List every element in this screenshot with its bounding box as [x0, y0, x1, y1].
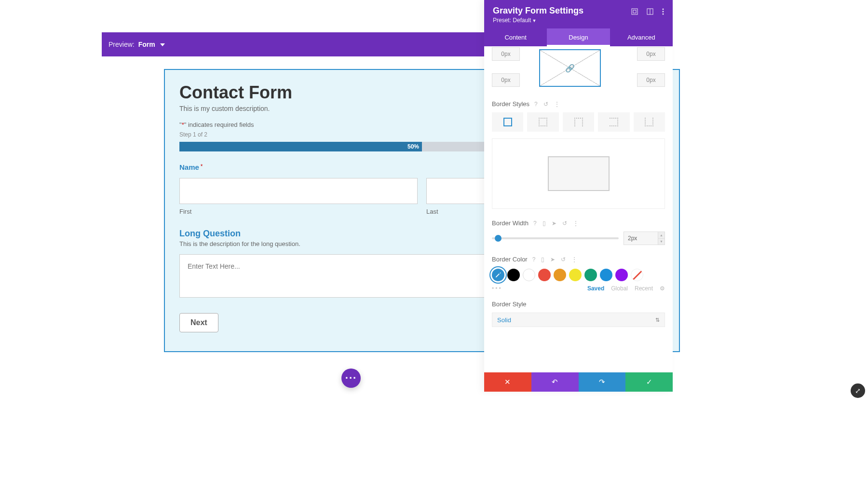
border-width-slider[interactable]: [492, 237, 619, 239]
panel-tabs: Content Design Advanced: [484, 28, 673, 46]
help-icon[interactable]: ?: [534, 101, 538, 108]
more-colors-icon[interactable]: •••: [492, 285, 502, 292]
margin-bottom-right-input[interactable]: 0px: [637, 73, 665, 87]
border-style-left[interactable]: [634, 112, 665, 132]
border-styles-row: Border Styles ? ↺ ⋮: [492, 100, 665, 108]
ellipsis-icon: ···: [345, 372, 357, 384]
svg-rect-1: [633, 10, 636, 13]
check-icon: ✓: [646, 378, 652, 386]
cursor-icon[interactable]: ➤: [552, 220, 556, 227]
border-style-label-row: Border Style: [492, 301, 665, 308]
border-color-label: Border Color: [492, 256, 528, 263]
border-style-right[interactable]: [563, 112, 594, 132]
color-swatch-yellow[interactable]: [569, 269, 582, 281]
svg-point-6: [663, 14, 664, 15]
preview-label: Preview:: [108, 41, 135, 48]
svg-point-5: [663, 11, 664, 13]
color-picker-swatch[interactable]: [492, 269, 504, 281]
panel-head-icons: [631, 6, 664, 15]
border-width-value-input[interactable]: 2px ▲ ▼: [624, 232, 665, 245]
first-name-col: First: [179, 178, 418, 215]
tab-advanced[interactable]: Advanced: [610, 28, 673, 46]
kebab-icon[interactable]: ⋮: [573, 220, 579, 227]
border-preview-box: [492, 138, 665, 209]
redo-button[interactable]: ↷: [579, 372, 626, 392]
first-name-input[interactable]: [179, 178, 418, 204]
margin-top-right-input[interactable]: 0px: [637, 47, 665, 61]
reset-icon[interactable]: ↺: [562, 220, 567, 227]
preview-form-selector[interactable]: Form: [138, 41, 165, 48]
progress-pct: 50%: [407, 143, 419, 150]
fullscreen-icon[interactable]: [631, 8, 638, 15]
fab-more-button[interactable]: ···: [341, 369, 361, 388]
margin-preview-rect: 🔗: [539, 49, 601, 87]
border-style-bottom[interactable]: [598, 112, 629, 132]
svg-point-4: [663, 9, 664, 10]
help-icon[interactable]: ?: [533, 220, 537, 227]
color-swatch-black[interactable]: [507, 269, 520, 281]
undo-icon: ↶: [552, 378, 558, 386]
border-styles-label: Border Styles: [492, 100, 529, 108]
link-icon[interactable]: 🔗: [565, 64, 575, 73]
color-swatch-red[interactable]: [538, 269, 551, 281]
gear-icon[interactable]: ⚙: [660, 285, 665, 292]
chevron-down-icon: [160, 43, 165, 46]
undo-button[interactable]: ↶: [531, 372, 579, 392]
phone-icon[interactable]: ▯: [542, 220, 546, 227]
border-color-row: Border Color ? ▯ ➤ ↺ ⋮: [492, 256, 665, 263]
border-style-label: Border Style: [492, 301, 527, 308]
panel-footer: ✕ ↶ ↷ ✓: [484, 372, 673, 392]
border-style-options: [492, 112, 665, 132]
color-tab-recent[interactable]: Recent: [635, 285, 653, 292]
margin-bottom-left-input[interactable]: 0px: [492, 73, 520, 87]
color-swatch-green[interactable]: [584, 269, 597, 281]
svg-rect-0: [632, 9, 637, 14]
stepper-down-icon[interactable]: ▼: [658, 239, 665, 245]
border-style-all[interactable]: [492, 112, 523, 132]
color-swatch-none[interactable]: [631, 269, 643, 281]
cursor-icon[interactable]: ➤: [550, 256, 555, 263]
progress-bar-fill: 50%: [179, 142, 422, 151]
chevron-down-icon: ▼: [532, 18, 536, 23]
corner-expand-button[interactable]: ⤢: [851, 383, 865, 398]
color-swatch-white[interactable]: [523, 269, 535, 281]
border-width-label: Border Width: [492, 219, 529, 227]
margin-top-left-input[interactable]: 0px: [492, 47, 520, 61]
border-style-select[interactable]: Solid: [492, 313, 665, 327]
tab-design[interactable]: Design: [547, 28, 610, 46]
border-width-row: Border Width ? ▯ ➤ ↺ ⋮: [492, 219, 665, 227]
columns-icon[interactable]: [647, 8, 653, 15]
tab-content[interactable]: Content: [484, 28, 547, 46]
panel-header: Gravity Form Settings Preset: Default▼: [484, 0, 673, 28]
panel-preset[interactable]: Preset: Default▼: [493, 17, 631, 24]
next-button[interactable]: Next: [179, 313, 218, 332]
margin-diagram: 0px 0px 0px 0px 🔗: [492, 47, 665, 90]
reset-icon[interactable]: ↺: [543, 101, 548, 108]
kebab-icon[interactable]: ⋮: [554, 101, 560, 108]
panel-title: Gravity Form Settings: [493, 6, 631, 16]
border-width-slider-row: 2px ▲ ▼: [492, 232, 665, 245]
kebab-icon[interactable]: ⋮: [571, 256, 577, 263]
first-name-sublabel: First: [179, 208, 418, 215]
stepper-up-icon[interactable]: ▲: [658, 232, 665, 239]
color-swatch-orange[interactable]: [554, 269, 566, 281]
border-style-top[interactable]: [527, 112, 558, 132]
color-swatch-purple[interactable]: [615, 269, 628, 281]
close-icon: ✕: [504, 378, 511, 386]
reset-icon[interactable]: ↺: [561, 256, 566, 263]
preview-form-name: Form: [138, 41, 155, 48]
color-tab-global[interactable]: Global: [611, 285, 628, 292]
help-icon[interactable]: ?: [532, 256, 536, 263]
settings-panel: Gravity Form Settings Preset: Default▼ C…: [484, 0, 673, 392]
confirm-button[interactable]: ✓: [625, 372, 673, 392]
border-preview-inner: [548, 156, 610, 191]
phone-icon[interactable]: ▯: [541, 256, 544, 263]
kebab-icon[interactable]: [662, 8, 664, 15]
color-swatch-blue[interactable]: [600, 269, 612, 281]
expand-icon: ⤢: [855, 387, 861, 395]
cancel-button[interactable]: ✕: [484, 372, 531, 392]
panel-body: 0px 0px 0px 0px 🔗 Border Styles ? ↺ ⋮: [484, 46, 673, 372]
redo-icon: ↷: [599, 378, 605, 386]
color-tab-saved[interactable]: Saved: [587, 285, 604, 292]
asterisk-icon: *: [201, 163, 203, 170]
